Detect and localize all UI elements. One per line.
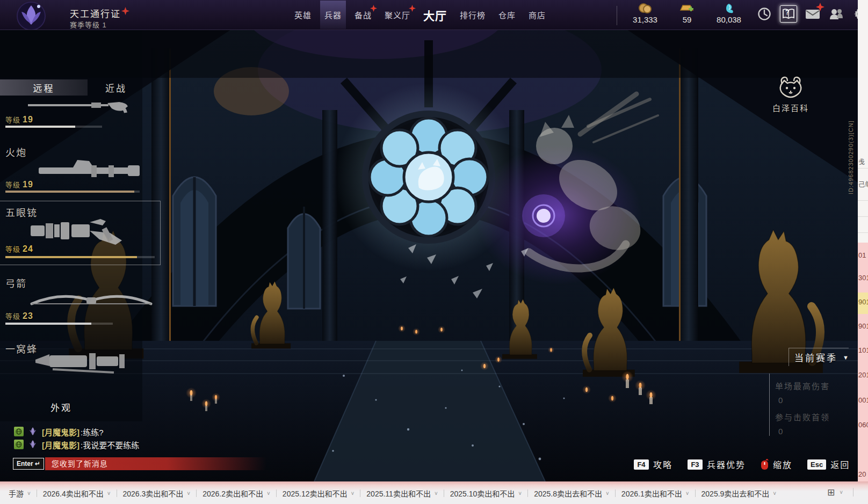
weapon-3-progress	[5, 256, 155, 258]
settings-button[interactable]	[852, 6, 858, 22]
coins-value: 31,333	[633, 15, 657, 24]
esc-keycap: Esc	[807, 459, 826, 470]
guild-emblem-icon	[28, 427, 38, 436]
sheet-fragment: 己单	[858, 179, 868, 188]
sheet-tab[interactable]: 2026.3卖出和不出˅	[123, 488, 191, 499]
enter-arrow-icon: ↵	[35, 460, 40, 468]
sheet-tab[interactable]: 2026.4卖出和不出˅	[43, 488, 111, 499]
timer-icon	[757, 7, 771, 21]
currency-jade[interactable]: 80,038	[715, 3, 743, 24]
nav-warehouse[interactable]: 仓库	[498, 9, 516, 20]
world-channel-icon	[14, 440, 24, 449]
chevron-down-icon: ˅	[267, 491, 270, 496]
sheet-tab[interactable]: 手游˅	[9, 488, 31, 499]
weapon-4-progress	[5, 323, 113, 325]
sheet-fragment: 301	[858, 274, 868, 282]
nav-shop[interactable]: 商店	[529, 9, 546, 20]
baize-cat-icon	[777, 76, 805, 100]
hotkey-back[interactable]: Esc 返回	[807, 458, 850, 471]
weapon-2-level: 等级19	[5, 179, 33, 189]
new-message-notice[interactable]: 您收到了新消息	[45, 457, 266, 470]
guild-emblem-icon	[28, 440, 38, 449]
sheet-fragment: 060	[858, 421, 868, 429]
main-nav: 英雄 兵器 备战 聚义厅 大厅 排行榜 仓库 商店	[294, 0, 546, 30]
chat-sender[interactable]: [月魔鬼影]	[42, 439, 79, 450]
nav-heroes[interactable]: 英雄	[294, 9, 312, 20]
currency-coins[interactable]: 31,333	[631, 3, 659, 24]
chat-message[interactable]: [月魔鬼影] :我说要不要练练	[14, 439, 139, 450]
red-badge-icon	[409, 5, 416, 12]
sheet-tab[interactable]: 2025.10卖出和不出˅	[450, 488, 522, 499]
jade-value: 80,038	[717, 15, 741, 24]
tab-ranged[interactable]: 远程	[0, 79, 88, 96]
weapon-2-name[interactable]: 火炮	[5, 145, 27, 159]
f3-keycap: F3	[688, 459, 703, 470]
sheet-tab[interactable]: 2026.1卖出和不出˅	[621, 488, 689, 499]
enter-key-button[interactable]: Enter ↵	[13, 458, 44, 470]
hotkey-bar: F4 攻略 F3 兵器优势 缩放 Esc 返回	[634, 458, 850, 471]
background-spreadsheet-strip: 戋 己单 01 301 901 901 101 201 001 060 20	[858, 0, 868, 481]
nav-lobby[interactable]: 大厅	[423, 7, 447, 23]
wallet: 31,333 59 80,038	[617, 3, 743, 25]
mail-button[interactable]	[805, 6, 821, 22]
nav-weapons[interactable]: 兵器	[320, 1, 346, 29]
sheet-fragment: 101	[858, 346, 868, 354]
appearance-label[interactable]: 外观	[50, 400, 72, 414]
timer-button[interactable]	[756, 6, 772, 22]
sheet-tab[interactable]: 2025.11卖出和不出˅	[366, 488, 437, 499]
nav-leaderboard[interactable]: 排行榜	[460, 9, 486, 20]
weapon-2-progress	[5, 191, 140, 193]
tab-melee[interactable]: 近战	[105, 81, 127, 94]
top-icon-buttons: ?	[756, 5, 858, 23]
musket-icon[interactable]	[27, 98, 134, 116]
mouse-scroll-icon	[761, 459, 769, 470]
sheet-grid-button[interactable]: ⊞ ˅	[827, 487, 843, 498]
nav-preparation[interactable]: 备战	[355, 9, 372, 20]
sheet-tab[interactable]: 2025.9卖出去和不出˅	[701, 488, 777, 499]
nav-guild-hall[interactable]: 聚义厅	[385, 9, 410, 20]
chat-message[interactable]: [月魔鬼影] :练练?	[14, 426, 104, 437]
sheet-fragment: 01	[858, 251, 866, 259]
rocket-pod-icon[interactable]	[33, 350, 135, 376]
hotkey-weapon-advantage[interactable]: F3 兵器优势	[688, 458, 746, 471]
weapon-5-name[interactable]: 一窝蜂	[5, 341, 38, 355]
season-label: 当前赛季	[794, 350, 837, 364]
chevron-down-icon: ▼	[843, 354, 849, 361]
chevron-down-icon: ˅	[686, 491, 689, 496]
chevron-down-icon: ˅	[187, 491, 190, 496]
game-logo	[5, 0, 59, 30]
stat-max-damage-label: 单场最高伤害	[775, 380, 856, 391]
help-book-button[interactable]: ?	[780, 5, 797, 23]
f4-keycap: F4	[634, 459, 649, 470]
season-level: 赛季等级 1	[70, 19, 107, 30]
chat-sender[interactable]: [月魔鬼影]	[42, 426, 79, 437]
sheet-tab[interactable]: 2025.8卖出去和不出˅	[534, 488, 609, 499]
weapon-1-progress	[5, 126, 102, 128]
wallet-divider	[617, 6, 617, 25]
five-eyed-gun-icon[interactable]	[30, 217, 153, 247]
bow-icon[interactable]	[30, 290, 153, 311]
coins-icon	[638, 3, 652, 14]
chevron-down-icon: ˅	[773, 491, 776, 496]
currency-ingot[interactable]: 59	[673, 3, 701, 24]
season-dropdown[interactable]: 当前赛季 ▼	[789, 348, 849, 366]
sheet-tab[interactable]: 2026.2卖出和不出˅	[202, 488, 270, 499]
friends-button[interactable]	[828, 6, 844, 22]
pass-title[interactable]: 天工通行证	[70, 6, 121, 20]
hotkey-guide[interactable]: F4 攻略	[634, 458, 672, 471]
stat-boss-kills-value: 0	[775, 427, 856, 436]
mail-badge-icon	[816, 3, 824, 11]
grid-icon: ⊞	[827, 487, 835, 498]
sheet-fragment: 201	[858, 371, 868, 379]
sheet-tab[interactable]: 2025.12卖出和不出˅	[283, 488, 354, 499]
stat-max-damage-value: 0	[775, 396, 856, 405]
chevron-down-icon: ˅	[435, 491, 438, 496]
cannon-icon[interactable]	[38, 159, 145, 181]
sheet-fragment: 戋	[858, 157, 865, 166]
friends-icon	[829, 8, 844, 20]
sheet-fragment: 901	[858, 322, 868, 330]
encyclopedia-button[interactable]: 白泽百科	[758, 76, 823, 113]
weapon-4-name[interactable]: 弓箭	[5, 276, 27, 290]
hotkey-zoom[interactable]: 缩放	[761, 458, 792, 471]
sheet-fragment: 901	[858, 298, 868, 306]
